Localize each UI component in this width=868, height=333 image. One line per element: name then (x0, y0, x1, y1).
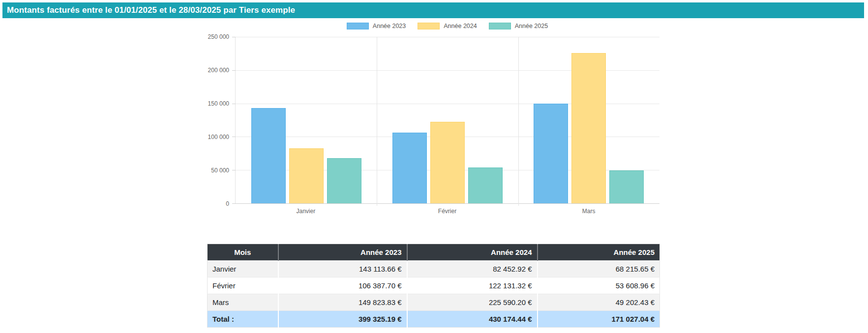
y-tick-mark (232, 70, 236, 71)
legend-item-annee-2023[interactable]: Année 2023 (347, 23, 406, 29)
y-tick-label: 0 (226, 200, 229, 207)
table-header-annee-2023: Année 2023 (278, 244, 407, 261)
bar-group-janvier (236, 37, 377, 203)
y-axis: 250 000 200 000 150 000 100 000 50 000 0 (186, 37, 229, 204)
y-tick-mark (232, 37, 236, 37)
y-tick-label: 200 000 (208, 67, 229, 74)
cell-value: 106 387.70 € (278, 278, 407, 294)
x-tick-label-fevrier: Février (377, 208, 518, 215)
cell-value: 49 202.43 € (538, 294, 660, 311)
x-axis: Janvier Février Mars (235, 208, 659, 215)
bar-mars-annee-2023[interactable] (534, 104, 568, 203)
y-tick-mark (232, 203, 236, 204)
cell-value: 149 823.83 € (278, 294, 407, 311)
y-tick-mark (232, 170, 236, 170)
cell-value: 82 452.92 € (407, 261, 538, 278)
bar-fevrier-annee-2023[interactable] (392, 133, 427, 203)
legend-label: Année 2025 (515, 23, 548, 29)
bar-janvier-annee-2025[interactable] (327, 158, 361, 204)
legend-color-swatch-icon (418, 23, 440, 29)
report-page: Montants facturés entre le 01/01/2025 et… (0, 0, 868, 333)
legend-item-annee-2025[interactable]: Année 2025 (489, 23, 548, 29)
table-header-annee-2025: Année 2025 (538, 244, 660, 261)
x-tick-label-mars: Mars (518, 208, 659, 215)
bar-fevrier-annee-2024[interactable] (430, 122, 465, 203)
total-value: 171 027.04 € (538, 311, 660, 328)
table-header-row: Mois Année 2023 Année 2024 Année 2025 (208, 244, 660, 261)
total-value: 430 174.44 € (407, 311, 538, 328)
total-value: 399 325.19 € (278, 311, 407, 328)
legend-item-annee-2024[interactable]: Année 2024 (418, 23, 477, 29)
y-tick-label: 50 000 (211, 167, 229, 174)
chart-plot-area (235, 37, 659, 204)
bar-janvier-annee-2024[interactable] (289, 148, 324, 203)
row-label: Janvier (208, 261, 278, 278)
x-tick-label-janvier: Janvier (235, 208, 377, 215)
table-row-janvier: Janvier 143 113.66 € 82 452.92 € 68 215.… (208, 261, 660, 278)
table-row-mars: Mars 149 823.83 € 225 590.20 € 49 202.43… (208, 294, 660, 311)
chart-legend: Année 2023 Année 2024 Année 2025 (235, 23, 659, 29)
cell-value: 225 590.20 € (407, 294, 538, 311)
y-tick-label: 250 000 (208, 33, 229, 40)
bar-group-mars (518, 37, 659, 203)
y-tick-mark (232, 137, 236, 137)
bar-mars-annee-2025[interactable] (609, 170, 644, 203)
y-tick-label: 150 000 (208, 100, 229, 107)
bar-group-fevrier (377, 37, 518, 203)
cell-value: 68 215.65 € (538, 261, 660, 278)
bar-mars-annee-2024[interactable] (571, 53, 606, 203)
cell-value: 143 113.66 € (278, 261, 407, 278)
row-label: Mars (208, 294, 278, 311)
y-tick-label: 100 000 (208, 134, 229, 140)
bar-fevrier-annee-2025[interactable] (468, 167, 503, 203)
total-label: Total : (208, 311, 278, 328)
legend-label: Année 2023 (373, 23, 406, 29)
row-label: Février (208, 278, 278, 294)
bar-janvier-annee-2023[interactable] (251, 108, 286, 203)
table-row-fevrier: Février 106 387.70 € 122 131.32 € 53 608… (208, 278, 660, 294)
legend-color-swatch-icon (347, 23, 369, 29)
y-tick-mark (232, 104, 236, 104)
cell-value: 53 608.96 € (538, 278, 660, 294)
legend-label: Année 2024 (444, 23, 477, 29)
legend-color-swatch-icon (489, 23, 511, 29)
table-header-mois: Mois (208, 244, 278, 261)
table-header-annee-2024: Année 2024 (407, 244, 538, 261)
report-title-bar: Montants facturés entre le 01/01/2025 et… (2, 2, 864, 18)
cell-value: 122 131.32 € (407, 278, 538, 294)
data-table: Mois Année 2023 Année 2024 Année 2025 Ja… (207, 244, 660, 328)
table-total-row: Total : 399 325.19 € 430 174.44 € 171 02… (208, 311, 660, 328)
bar-groups (236, 37, 659, 203)
